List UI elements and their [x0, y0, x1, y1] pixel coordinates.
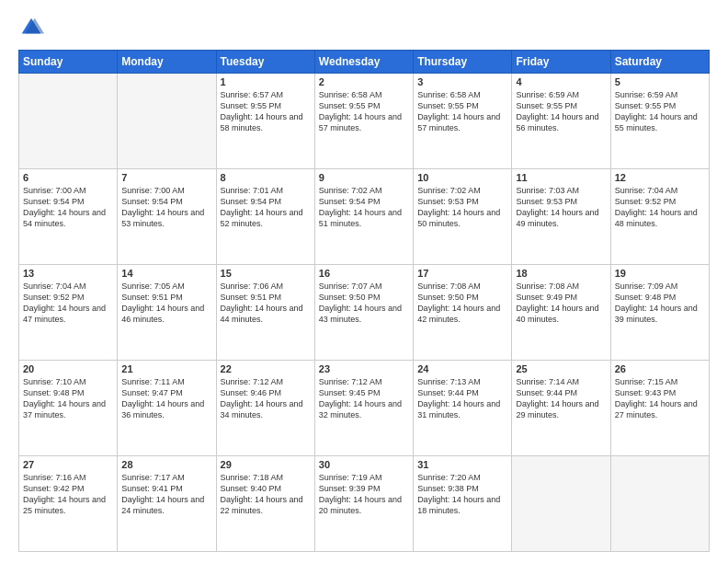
calendar-table: SundayMondayTuesdayWednesdayThursdayFrid… — [18, 50, 710, 552]
logo — [18, 15, 48, 40]
calendar-cell: 13Sunrise: 7:04 AMSunset: 9:52 PMDayligh… — [19, 265, 118, 361]
calendar-cell: 5Sunrise: 6:59 AMSunset: 9:55 PMDaylight… — [610, 74, 709, 169]
day-number: 5 — [615, 76, 705, 87]
cell-info: Sunrise: 7:03 AMSunset: 9:53 PMDaylight:… — [516, 185, 606, 230]
cell-info: Sunrise: 7:12 AMSunset: 9:46 PMDaylight:… — [221, 376, 311, 421]
day-number: 25 — [516, 363, 606, 374]
calendar-cell: 27Sunrise: 7:16 AMSunset: 9:42 PMDayligh… — [19, 456, 118, 552]
day-number: 13 — [23, 268, 113, 279]
day-number: 6 — [23, 172, 113, 183]
cell-info: Sunrise: 7:00 AMSunset: 9:54 PMDaylight:… — [121, 185, 211, 230]
calendar-cell: 12Sunrise: 7:04 AMSunset: 9:52 PMDayligh… — [610, 169, 709, 265]
calendar-cell: 19Sunrise: 7:09 AMSunset: 9:48 PMDayligh… — [610, 265, 709, 361]
day-number: 12 — [615, 172, 705, 183]
calendar-week-row: 13Sunrise: 7:04 AMSunset: 9:52 PMDayligh… — [19, 265, 710, 361]
day-number: 22 — [221, 363, 311, 374]
day-number: 26 — [615, 363, 705, 374]
cell-info: Sunrise: 7:10 AMSunset: 9:48 PMDaylight:… — [23, 376, 113, 421]
calendar-cell — [118, 74, 216, 169]
calendar-header-row: SundayMondayTuesdayWednesdayThursdayFrid… — [19, 51, 710, 74]
calendar-cell: 29Sunrise: 7:18 AMSunset: 9:40 PMDayligh… — [216, 456, 314, 552]
day-number: 8 — [221, 172, 311, 183]
calendar-cell: 11Sunrise: 7:03 AMSunset: 9:53 PMDayligh… — [512, 169, 610, 265]
cell-info: Sunrise: 7:02 AMSunset: 9:54 PMDaylight:… — [319, 185, 409, 230]
calendar-cell: 31Sunrise: 7:20 AMSunset: 9:38 PMDayligh… — [414, 456, 512, 552]
cell-info: Sunrise: 7:19 AMSunset: 9:39 PMDaylight:… — [319, 472, 409, 517]
cell-info: Sunrise: 6:58 AMSunset: 9:55 PMDaylight:… — [319, 89, 409, 134]
calendar-week-row: 6Sunrise: 7:00 AMSunset: 9:54 PMDaylight… — [19, 169, 710, 265]
day-number: 16 — [319, 268, 409, 279]
calendar-cell: 24Sunrise: 7:13 AMSunset: 9:44 PMDayligh… — [414, 361, 512, 456]
day-of-week-header: Saturday — [610, 51, 709, 74]
calendar-week-row: 1Sunrise: 6:57 AMSunset: 9:55 PMDaylight… — [19, 74, 710, 169]
calendar-cell: 17Sunrise: 7:08 AMSunset: 9:50 PMDayligh… — [414, 265, 512, 361]
cell-info: Sunrise: 7:04 AMSunset: 9:52 PMDaylight:… — [615, 185, 705, 230]
calendar-cell: 6Sunrise: 7:00 AMSunset: 9:54 PMDaylight… — [19, 169, 118, 265]
calendar-week-row: 27Sunrise: 7:16 AMSunset: 9:42 PMDayligh… — [19, 456, 710, 552]
day-number: 29 — [221, 459, 311, 470]
day-number: 20 — [23, 363, 113, 374]
day-of-week-header: Wednesday — [314, 51, 413, 74]
day-number: 14 — [121, 268, 211, 279]
calendar-cell: 3Sunrise: 6:58 AMSunset: 9:55 PMDaylight… — [414, 74, 512, 169]
day-number: 11 — [516, 172, 606, 183]
cell-info: Sunrise: 7:02 AMSunset: 9:53 PMDaylight:… — [417, 185, 507, 230]
cell-info: Sunrise: 7:15 AMSunset: 9:43 PMDaylight:… — [615, 376, 705, 421]
cell-info: Sunrise: 7:16 AMSunset: 9:42 PMDaylight:… — [23, 472, 113, 517]
cell-info: Sunrise: 7:04 AMSunset: 9:52 PMDaylight:… — [23, 281, 113, 326]
cell-info: Sunrise: 7:06 AMSunset: 9:51 PMDaylight:… — [221, 281, 311, 326]
calendar-cell: 20Sunrise: 7:10 AMSunset: 9:48 PMDayligh… — [19, 361, 118, 456]
day-of-week-header: Monday — [118, 51, 216, 74]
calendar-cell: 30Sunrise: 7:19 AMSunset: 9:39 PMDayligh… — [314, 456, 413, 552]
header — [18, 15, 710, 40]
day-of-week-header: Friday — [512, 51, 610, 74]
cell-info: Sunrise: 7:11 AMSunset: 9:47 PMDaylight:… — [121, 376, 211, 421]
cell-info: Sunrise: 7:13 AMSunset: 9:44 PMDaylight:… — [417, 376, 507, 421]
calendar-cell: 18Sunrise: 7:08 AMSunset: 9:49 PMDayligh… — [512, 265, 610, 361]
day-number: 10 — [417, 172, 507, 183]
calendar-body: 1Sunrise: 6:57 AMSunset: 9:55 PMDaylight… — [19, 74, 710, 552]
cell-info: Sunrise: 7:07 AMSunset: 9:50 PMDaylight:… — [319, 281, 409, 326]
day-number: 24 — [417, 363, 507, 374]
calendar-cell: 16Sunrise: 7:07 AMSunset: 9:50 PMDayligh… — [314, 265, 413, 361]
calendar-cell — [610, 456, 709, 552]
cell-info: Sunrise: 7:08 AMSunset: 9:50 PMDaylight:… — [417, 281, 507, 326]
day-of-week-header: Sunday — [19, 51, 118, 74]
cell-info: Sunrise: 6:59 AMSunset: 9:55 PMDaylight:… — [615, 89, 705, 134]
calendar-cell: 9Sunrise: 7:02 AMSunset: 9:54 PMDaylight… — [314, 169, 413, 265]
day-number: 18 — [516, 268, 606, 279]
calendar-cell: 1Sunrise: 6:57 AMSunset: 9:55 PMDaylight… — [216, 74, 314, 169]
day-number: 28 — [121, 459, 211, 470]
day-number: 7 — [121, 172, 211, 183]
calendar-cell: 15Sunrise: 7:06 AMSunset: 9:51 PMDayligh… — [216, 265, 314, 361]
calendar-cell: 25Sunrise: 7:14 AMSunset: 9:44 PMDayligh… — [512, 361, 610, 456]
calendar-cell: 7Sunrise: 7:00 AMSunset: 9:54 PMDaylight… — [118, 169, 216, 265]
day-number: 19 — [615, 268, 705, 279]
day-number: 4 — [516, 76, 606, 87]
cell-info: Sunrise: 7:08 AMSunset: 9:49 PMDaylight:… — [516, 281, 606, 326]
cell-info: Sunrise: 7:14 AMSunset: 9:44 PMDaylight:… — [516, 376, 606, 421]
day-number: 27 — [23, 459, 113, 470]
calendar-cell: 21Sunrise: 7:11 AMSunset: 9:47 PMDayligh… — [118, 361, 216, 456]
day-of-week-header: Tuesday — [216, 51, 314, 74]
page: SundayMondayTuesdayWednesdayThursdayFrid… — [0, 0, 728, 563]
cell-info: Sunrise: 7:05 AMSunset: 9:51 PMDaylight:… — [121, 281, 211, 326]
day-number: 17 — [417, 268, 507, 279]
cell-info: Sunrise: 6:58 AMSunset: 9:55 PMDaylight:… — [417, 89, 507, 134]
calendar-cell — [512, 456, 610, 552]
day-number: 21 — [121, 363, 211, 374]
calendar-cell: 22Sunrise: 7:12 AMSunset: 9:46 PMDayligh… — [216, 361, 314, 456]
calendar-cell — [19, 74, 118, 169]
day-number: 9 — [319, 172, 409, 183]
calendar-cell: 28Sunrise: 7:17 AMSunset: 9:41 PMDayligh… — [118, 456, 216, 552]
day-number: 31 — [417, 459, 507, 470]
calendar-cell: 10Sunrise: 7:02 AMSunset: 9:53 PMDayligh… — [414, 169, 512, 265]
cell-info: Sunrise: 7:18 AMSunset: 9:40 PMDaylight:… — [221, 472, 311, 517]
calendar-cell: 4Sunrise: 6:59 AMSunset: 9:55 PMDaylight… — [512, 74, 610, 169]
cell-info: Sunrise: 6:59 AMSunset: 9:55 PMDaylight:… — [516, 89, 606, 134]
day-number: 30 — [319, 459, 409, 470]
day-number: 23 — [319, 363, 409, 374]
logo-icon — [18, 15, 44, 40]
day-number: 15 — [221, 268, 311, 279]
day-of-week-header: Thursday — [414, 51, 512, 74]
